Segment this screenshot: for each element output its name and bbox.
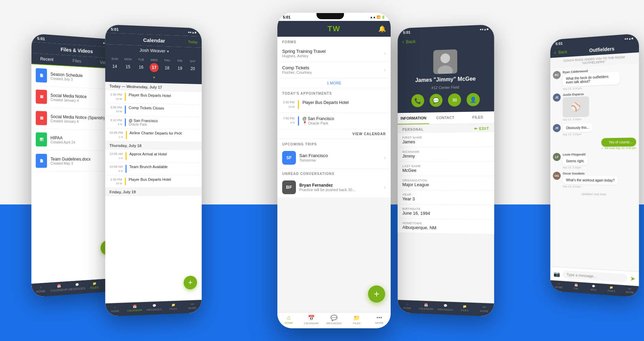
message-button[interactable]: 💬 xyxy=(429,94,442,107)
tab-calendar[interactable]: 📅CALENDAR xyxy=(50,284,68,293)
cal-day-20[interactable]: 20 xyxy=(188,64,197,73)
message-input[interactable]: Type a message... xyxy=(563,270,627,283)
person-avatar-svg xyxy=(433,49,457,74)
calendar-event[interactable]: 2:30 PM15 M Player Bus Departs Hotel xyxy=(105,175,202,188)
field-birthdate: BIRTHDATE June 16, 1994 xyxy=(398,204,494,220)
send-button[interactable]: ➤ xyxy=(630,275,635,283)
phone-chat: 5:01 ●●▲■ ‹ Back Outfielders COACH ROSS … xyxy=(550,33,639,297)
chevron-right-icon: › xyxy=(384,184,386,190)
chat-message: RC Ryan Calderwood What the heck do outf… xyxy=(553,67,636,91)
tab-home[interactable]: ⌂HOME xyxy=(32,285,50,294)
profile-button[interactable]: 👤 xyxy=(467,93,480,106)
calendar-event[interactable]: 12:05 AM1 H Approx Arrival at Hotel xyxy=(105,150,202,163)
conversation-item[interactable]: BF Bryan Fernandez Practice will be push… xyxy=(277,177,391,198)
messages-icon: 💬 xyxy=(331,315,337,321)
message-image: ⚾ xyxy=(563,96,589,118)
view-calendar-button[interactable]: VIEW CALENDAR xyxy=(277,129,391,139)
cal-day-16[interactable]: 16 xyxy=(137,62,146,72)
expand-calendar-btn[interactable]: ▾ xyxy=(108,73,199,81)
event-bar xyxy=(125,93,126,101)
back-button[interactable]: Back xyxy=(406,39,415,44)
event-bar xyxy=(126,152,127,160)
appointment-item[interactable]: 2:30 PM15 M Player Bus Departs Hotel xyxy=(277,97,391,113)
field-nickname: NICKNAME Jimmy xyxy=(398,147,494,162)
phone3-content: FORMS Spring Training Travel Hughes, Ash… xyxy=(277,37,391,312)
message-bubble: Seems right. xyxy=(563,157,588,165)
tab-more[interactable]: •••MORE xyxy=(474,305,494,313)
tab-home[interactable]: ⌂HOME xyxy=(105,305,125,313)
form-item-spring[interactable]: Spring Training Travel Hughes, Ashley › xyxy=(277,45,391,62)
tab-calendar[interactable]: 📅CALENDAR xyxy=(300,315,323,325)
messages-icon: 💬 xyxy=(592,285,595,288)
cal-day-15[interactable]: 15 xyxy=(124,62,133,71)
tab-home[interactable]: ⌂HOME xyxy=(550,282,567,289)
appointment-item[interactable]: 7:00 PM4 H @ San Francisco 📍 Oracle Park xyxy=(277,113,391,129)
tab-files[interactable]: 📁FILES xyxy=(345,315,368,325)
event-bar xyxy=(126,131,127,139)
add-button[interactable]: + xyxy=(368,285,385,303)
tab-contact[interactable]: CONTACT xyxy=(429,112,461,124)
calendar-event[interactable]: 3:05 PM10 M Comp Tickets Closes xyxy=(105,103,202,117)
tab-calendar-active[interactable]: 📅CALENDAR xyxy=(125,304,145,312)
cal-day-14[interactable]: 14 xyxy=(110,62,119,71)
calendar-icon: 📅 xyxy=(133,305,137,308)
email-button[interactable]: ✉ xyxy=(448,93,461,107)
cal-day-19[interactable]: 19 xyxy=(175,64,184,73)
tab-calendar[interactable]: 📅CAL xyxy=(567,283,585,291)
tab-files[interactable]: 📁FILES xyxy=(164,303,183,311)
calendar-event[interactable]: 10:05 PM1 H Airline Charter Departs for … xyxy=(105,129,202,142)
calendar-event[interactable]: 2:30 PM15 M Player Bus Departs Hotel xyxy=(105,90,202,105)
tab-messages[interactable]: 💬MESSAGES xyxy=(436,304,455,311)
tab-files[interactable]: FILES xyxy=(461,111,494,124)
tab-files-active[interactable]: 📁FILES xyxy=(86,281,103,290)
conversation-avatar: BF xyxy=(282,180,296,194)
chevron-right-icon: › xyxy=(384,155,386,161)
tab-messages[interactable]: 💬MESSAGES xyxy=(323,315,345,325)
forms-more-link[interactable]: 1 MORE xyxy=(277,78,391,88)
phone5-status-icons: ●●▲■ xyxy=(624,37,633,41)
phone3-status-icons: ▲▲ 📶 🔋 xyxy=(370,15,385,19)
notification-bell-icon[interactable]: 🔔 xyxy=(378,25,386,33)
tab-calendar[interactable]: 📅CALENDAR xyxy=(416,303,436,311)
tab-messages[interactable]: 💬MESSAGES xyxy=(68,282,86,291)
cal-day-18[interactable]: 18 xyxy=(163,63,172,73)
phone-home: 5:01 ▲▲ 📶 🔋 TW 🔔 FORMS Spring Training T… xyxy=(277,13,391,328)
edit-button[interactable]: ✏ EDIT xyxy=(474,126,489,131)
tab-messages[interactable]: 💬MSG xyxy=(585,284,602,292)
back-label[interactable]: Back xyxy=(559,49,567,55)
calendar-event[interactable]: 10:00 AM3 H Team Brunch Available xyxy=(105,163,202,175)
appt-bar xyxy=(298,116,299,126)
trip-when: Tomorrow xyxy=(299,158,381,162)
tab-information[interactable]: INFORMATION xyxy=(398,113,429,125)
event-bar xyxy=(125,105,126,114)
tab-files[interactable]: 📁FILES xyxy=(455,304,474,312)
trip-item[interactable]: SF San Francisco Tomorrow › xyxy=(277,148,391,168)
event-bar xyxy=(125,118,126,126)
calendar-event[interactable]: 5:10 PM4 H @ San FranciscoOracle Park xyxy=(105,116,202,130)
field-value: Albuquerque, NM xyxy=(402,225,489,231)
tab-home-active[interactable]: ⌂HOME xyxy=(277,315,300,325)
phone-button[interactable]: 📞 xyxy=(411,94,424,107)
cal-day-17-today[interactable]: 17 xyxy=(150,63,159,72)
tab-messages[interactable]: 💬MESSAGES xyxy=(145,304,164,311)
chat-message: JE Justin Esparza ⚾ Sep 13, 3:20pm xyxy=(553,90,636,121)
event-bar xyxy=(125,177,126,186)
event-details: Player Bus Departs Hotel xyxy=(129,177,171,186)
calendar-icon: 📅 xyxy=(57,284,61,288)
message-bubble-mine: Yes of course... xyxy=(601,138,636,147)
form-item-comp[interactable]: Comp Tickets Fischer, Courtney › xyxy=(277,62,391,78)
personal-section: PERSONAL ✏ EDIT xyxy=(398,124,494,133)
back-arrow-icon: ‹ xyxy=(402,39,404,45)
tab-more[interactable]: •••MORE xyxy=(183,302,202,310)
tab-recent[interactable]: Recent xyxy=(32,53,62,66)
camera-icon[interactable]: 📷 xyxy=(554,270,560,277)
tab-files[interactable]: 📁FILES xyxy=(602,285,621,293)
tab-more[interactable]: •••MORE xyxy=(621,286,639,294)
field-label: LAST NAME xyxy=(402,164,489,168)
phone3-tab-bar: ⌂HOME 📅CALENDAR 💬MESSAGES 📁FILES •••MORE xyxy=(277,312,391,328)
tab-home[interactable]: ⌂HOME xyxy=(398,302,416,310)
tab-more[interactable]: •••MORE xyxy=(368,315,391,325)
tab-files[interactable]: Files xyxy=(62,55,92,67)
home-icon: ⌂ xyxy=(114,305,116,309)
today-button[interactable]: Today xyxy=(188,39,198,44)
